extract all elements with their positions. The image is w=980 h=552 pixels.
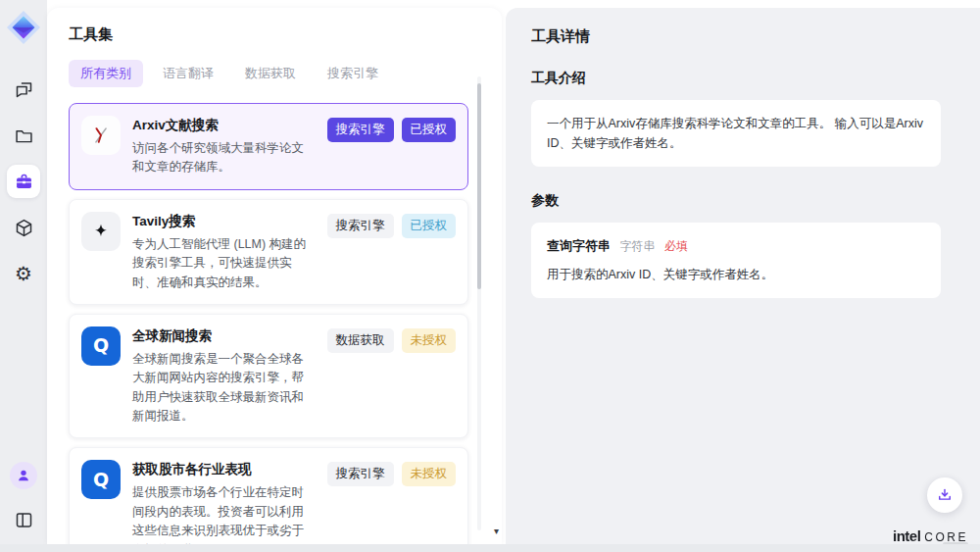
folder-icon[interactable] — [7, 119, 40, 152]
param-box: 查询字符串 字符串 必填 用于搜索的Arxiv ID、关键字或作者姓名。 — [531, 223, 941, 298]
auth-badge: 已授权 — [402, 118, 457, 142]
intro-box: 一个用于从Arxiv存储库搜索科学论文和文章的工具。 输入可以是Arxiv ID… — [531, 100, 941, 167]
toolset-title: 工具集 — [69, 25, 468, 44]
left-rail: ⚙ — [0, 0, 47, 552]
arxiv-icon — [81, 116, 121, 155]
auth-badge: 未授权 — [402, 328, 457, 353]
tool-desc: 访问各个研究领域大量科学论文和文章的存储库。 — [132, 139, 316, 177]
tool-card-sector-performance[interactable]: Q 获取股市各行业表现 提供股票市场各个行业在特定时间段内的表现。投资者可以利用… — [69, 447, 468, 544]
tool-desc: 提供股票市场各个行业在特定时间段内的表现。投资者可以利用这些信息来识别表现优于或… — [132, 483, 316, 544]
intel-word: intel — [893, 528, 920, 543]
param-desc: 用于搜索的Arxiv ID、关键字或作者姓名。 — [547, 265, 925, 284]
cube-icon[interactable] — [7, 211, 40, 244]
intro-text: 一个用于从Arxiv存储库搜索科学论文和文章的工具。 输入可以是Arxiv ID… — [547, 117, 923, 150]
gear-icon[interactable]: ⚙ — [7, 257, 40, 290]
tool-card-global-news[interactable]: Q 全球新闻搜索 全球新闻搜索是一个聚合全球各大新闻网站内容的搜索引擎，帮助用户… — [69, 314, 468, 439]
sparkle-icon — [81, 212, 121, 251]
tool-title: 全球新闻搜索 — [132, 327, 316, 345]
chevron-down-icon[interactable]: ▾ — [494, 527, 499, 536]
category-badge: 搜索引擎 — [327, 462, 394, 486]
category-tabs: 所有类别 语言翻译 数据获取 搜索引擎 — [69, 60, 468, 87]
auth-badge: 已授权 — [402, 214, 457, 238]
window-bottom-edge — [0, 544, 980, 552]
params-heading: 参数 — [531, 192, 941, 210]
category-badge: 搜索引擎 — [327, 118, 394, 142]
tool-desc: 全球新闻搜索是一个聚合全球各大新闻网站内容的搜索引擎，帮助用户快速获取全球最新资… — [132, 350, 316, 427]
category-badge: 数据获取 — [327, 328, 394, 353]
app-logo-icon — [6, 10, 41, 45]
tab-search-engine[interactable]: 搜索引擎 — [316, 60, 390, 87]
blue-q-icon: Q — [81, 460, 121, 499]
param-name: 查询字符串 — [547, 238, 611, 253]
list-scrollbar[interactable] — [477, 76, 481, 530]
tool-detail-panel: 工具详情 工具介绍 一个用于从Arxiv存储库搜索科学论文和文章的工具。 输入可… — [506, 8, 980, 544]
tab-data-fetch[interactable]: 数据获取 — [233, 60, 308, 87]
tool-desc: 专为人工智能代理 (LLM) 构建的搜索引擎工具，可快速提供实时、准确和真实的结… — [132, 235, 316, 292]
param-type: 字符串 — [619, 239, 655, 253]
param-required-flag: 必填 — [664, 239, 688, 253]
briefcase-icon[interactable] — [7, 165, 40, 198]
tool-card-tavily[interactable]: Tavily搜索 专为人工智能代理 (LLM) 构建的搜索引擎工具，可快速提供实… — [69, 199, 468, 305]
intel-core-logo: intel CORE — [893, 528, 968, 543]
chat-icon[interactable] — [7, 73, 40, 106]
detail-title: 工具详情 — [531, 27, 941, 46]
download-icon — [936, 486, 954, 504]
avatar-icon[interactable] — [10, 462, 37, 489]
intro-heading: 工具介绍 — [531, 70, 941, 87]
layout-columns-icon[interactable] — [7, 503, 40, 536]
tab-all-categories[interactable]: 所有类别 — [69, 60, 143, 87]
tool-title: Tavily搜索 — [132, 213, 316, 230]
toolset-panel: 工具集 所有类别 语言翻译 数据获取 搜索引擎 Arxiv文献搜索 访问各个研究… — [47, 8, 502, 544]
list-scrollbar-thumb[interactable] — [477, 83, 481, 289]
app-window: ⚙ 工具集 所有类别 语言翻译 数据获取 搜索引擎 — [0, 0, 980, 544]
tool-title: Arxiv文献搜索 — [132, 117, 316, 134]
auth-badge: 未授权 — [402, 462, 457, 486]
tool-title: 获取股市各行业表现 — [132, 461, 316, 478]
category-badge: 搜索引擎 — [327, 214, 394, 238]
download-button[interactable] — [927, 477, 962, 513]
blue-q-icon: Q — [81, 326, 121, 366]
tab-language-translation[interactable]: 语言翻译 — [151, 60, 225, 87]
tool-card-arxiv[interactable]: Arxiv文献搜索 访问各个研究领域大量科学论文和文章的存储库。 搜索引擎 已授… — [69, 103, 468, 190]
